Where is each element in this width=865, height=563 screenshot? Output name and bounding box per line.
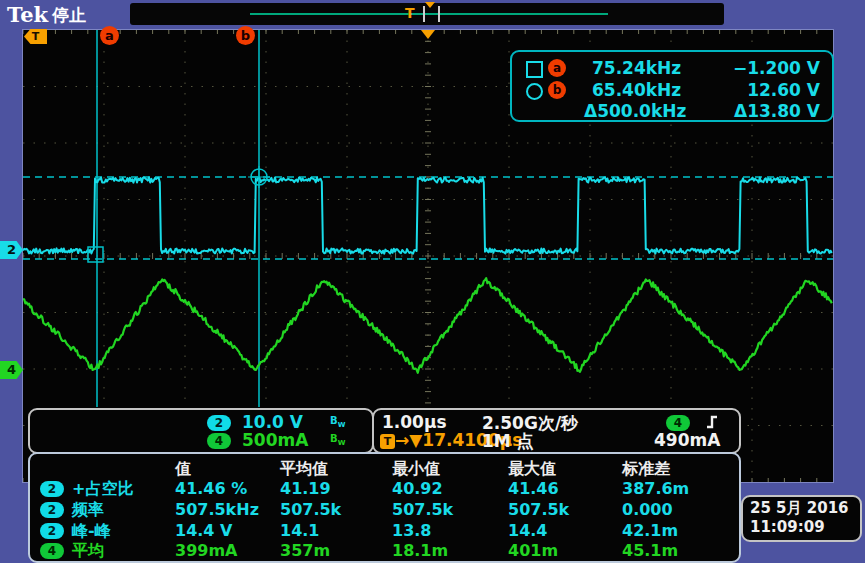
measurement-label: 频率 — [72, 500, 104, 521]
measurement-stddev: 45.1m — [622, 541, 678, 560]
row-ch-badge: 2 — [40, 502, 64, 518]
ch4-scale-value[interactable]: 500mA — [242, 430, 308, 450]
measurement-mean: 41.19 — [280, 479, 331, 498]
cursor-a-volt-value: −1.200 V — [733, 58, 820, 78]
col-header-value: 值 — [175, 459, 191, 480]
ch4-ground-marker[interactable]: 4 — [0, 361, 23, 379]
measurement-min: 40.92 — [392, 479, 443, 498]
measurement-label: 平均 — [72, 541, 104, 562]
col-header-min: 最小值 — [392, 459, 440, 480]
timebase-trigger-box: 1.00μs 2.50G次/秒 4 T→▼17.4100μs 1M 点 490m… — [372, 408, 741, 454]
cursor-delta-time-value: Δ500.0kHz — [584, 101, 686, 121]
ch4-badge[interactable]: 4 — [207, 433, 231, 449]
col-header-max: 最大值 — [508, 459, 556, 480]
datetime-box: 25 5月 2016 11:09:09 — [741, 495, 862, 542]
ch2-ground-marker[interactable]: 2 — [0, 241, 23, 259]
trigger-position-icon[interactable] — [421, 30, 435, 39]
measurement-value: 507.5kHz — [175, 500, 259, 519]
trigger-source-badge[interactable]: 4 — [666, 415, 690, 431]
cursor-a-badge[interactable]: a — [100, 26, 119, 45]
record-window-bracket[interactable] — [423, 6, 440, 22]
col-header-stddev: 标准差 — [622, 459, 670, 480]
measurement-stddev: 42.1m — [622, 521, 678, 540]
measurement-max: 14.4 — [508, 521, 547, 540]
measurement-stddev: 387.6m — [622, 479, 689, 498]
ch2-scale-value[interactable]: 10.0 V — [242, 412, 303, 432]
acquisition-status: 停止 — [52, 4, 86, 27]
trigger-delay-t-icon: T — [380, 434, 395, 449]
measurement-stddev: 0.000 — [622, 500, 673, 519]
cursor-a-label-badge: a — [548, 59, 566, 77]
timebase-scale-value[interactable]: 1.00μs — [382, 412, 447, 432]
measurement-mean: 357m — [280, 541, 330, 560]
cursor-readout-box: a 75.24kHz −1.200 V b 65.40kHz 12.60 V Δ… — [510, 50, 834, 122]
measurement-min: 507.5k — [392, 500, 453, 519]
rising-edge-icon[interactable] — [704, 413, 722, 431]
measurement-value: 14.4 V — [175, 521, 232, 540]
measurement-label: 峰-峰 — [72, 521, 111, 542]
record-length-value: 1M 点 — [482, 430, 534, 453]
measurement-value: 399mA — [175, 541, 237, 560]
measurement-max: 401m — [508, 541, 558, 560]
row-ch-badge: 2 — [40, 523, 64, 539]
measurement-value: 41.46 % — [175, 479, 247, 498]
trigger-level-value[interactable]: 490mA — [654, 430, 720, 450]
date-value: 25 5月 2016 — [750, 499, 849, 518]
cursor-delta-volt-value: Δ13.80 V — [734, 101, 820, 121]
cursor-b-circle-icon — [526, 83, 543, 100]
oscilloscope-screen: Tek 停止 T T a b 2 4 a 75.24kHz −1.200 V b… — [0, 0, 865, 563]
measurement-mean: 14.1 — [280, 521, 319, 540]
measurement-label: +占空比 — [72, 479, 133, 500]
measurement-min: 18.1m — [392, 541, 448, 560]
cursor-b-badge[interactable]: b — [236, 26, 255, 45]
time-value: 11:09:09 — [750, 518, 825, 536]
cursor-b-volt-value: 12.60 V — [747, 80, 820, 100]
ch2-badge[interactable]: 2 — [207, 415, 231, 431]
record-view-bar[interactable]: T — [130, 3, 724, 25]
tek-logo: Tek — [7, 2, 48, 27]
ch4-bandwidth-icon: BW — [330, 433, 345, 447]
measurement-max: 507.5k — [508, 500, 569, 519]
cursor-b-label-badge: b — [548, 81, 566, 99]
record-trigger-t-icon: T — [405, 5, 415, 21]
measurement-min: 13.8 — [392, 521, 431, 540]
ch2-bandwidth-icon: BW — [330, 415, 345, 429]
channel-scale-box: 2 10.0 V BW 4 500mA BW — [28, 408, 374, 454]
measurement-mean: 507.5k — [280, 500, 341, 519]
cursor-a-square-icon — [526, 61, 543, 78]
measurement-max: 41.46 — [508, 479, 559, 498]
row-ch-badge: 4 — [40, 543, 64, 559]
measurement-table: 值 平均值 最小值 最大值 标准差 2 +占空比 41.46 % 41.19 4… — [28, 452, 741, 563]
cursor-b-time-value: 65.40kHz — [592, 80, 681, 100]
cursor-a-time-value: 75.24kHz — [592, 58, 681, 78]
row-ch-badge: 2 — [40, 481, 64, 497]
col-header-mean: 平均值 — [280, 459, 328, 480]
